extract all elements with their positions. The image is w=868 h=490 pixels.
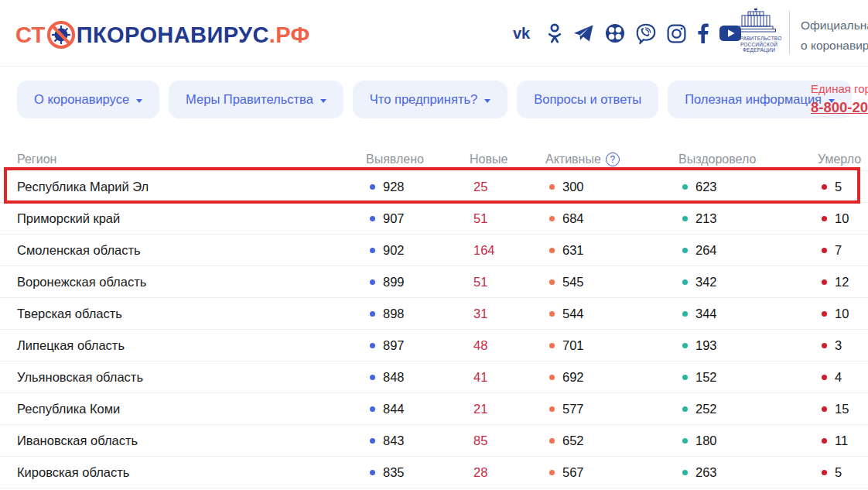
recovered-dot (682, 184, 688, 190)
deaths-dot (822, 184, 827, 190)
active-dot (549, 184, 555, 190)
recovered-cell: 252 (678, 402, 818, 416)
nav-label: Что предпринять? (370, 92, 477, 107)
confirmed-cell: 848 (366, 370, 470, 385)
new-cell: 25 (470, 180, 545, 194)
recovered-dot (682, 438, 688, 444)
confirmed-value: 907 (383, 211, 405, 226)
active-value: 631 (562, 243, 584, 258)
government-emblem: ПРАВИТЕЛЬСТВО РОССИЙСКОЙ ФЕДЕРАЦИИ (735, 8, 783, 53)
region-name: Республика Марий Эл (17, 180, 366, 194)
government-caption: ПРАВИТЕЛЬСТВО РОССИЙСКОЙ ФЕДЕРАЦИИ (735, 36, 783, 53)
confirmed-value: 843 (383, 433, 405, 448)
vk-icon[interactable]: vk (513, 22, 536, 44)
table-row-tver[interactable]: Тверская область 898 31 544 344 10 (0, 298, 868, 330)
logo-text-st: СТ (15, 22, 46, 48)
confirmed-value: 844 (383, 402, 405, 416)
table-row-voronezh[interactable]: Воронежская область 899 51 545 342 12 (0, 266, 868, 298)
confirmed-cell: 899 (366, 275, 470, 290)
new-cell: 41 (470, 370, 545, 385)
nav-what-to-do[interactable]: Что предпринять? (353, 81, 507, 118)
col-header-new: Новые (470, 152, 545, 166)
confirmed-dot (370, 248, 375, 253)
caption-line: ФЕДЕРАЦИИ (735, 47, 783, 53)
col-header-deaths: Умерло (818, 152, 861, 166)
nav-label: Меры Правительства (186, 92, 313, 107)
deaths-value: 10 (835, 307, 849, 321)
active-dot (549, 216, 555, 221)
recovered-dot (682, 248, 688, 253)
deaths-cell: 10 (818, 307, 859, 321)
viber-icon[interactable] (636, 22, 656, 44)
telegram-icon[interactable] (573, 22, 594, 44)
region-name: Кировская область (17, 465, 366, 480)
table-row-ivanovo[interactable]: Ивановская область 843 85 652 180 11 (0, 425, 868, 457)
confirmed-dot (370, 438, 375, 444)
confirmed-dot (370, 216, 375, 221)
table-row-smolensk[interactable]: Смоленская область 902 164 631 264 7 (0, 235, 868, 266)
deaths-value: 5 (835, 465, 842, 480)
recovered-value: 623 (695, 180, 717, 194)
vertical-divider (789, 11, 790, 54)
nav-government-measures[interactable]: Меры Правительства (169, 81, 343, 118)
col-header-confirmed: Выявлено (366, 152, 470, 166)
logo-text-koronavirus: ПКОРОНАВИРУС (77, 22, 269, 48)
chevron-down-icon (136, 99, 142, 103)
zen-icon[interactable] (605, 22, 625, 44)
nav-questions-answers[interactable]: Вопросы и ответы (517, 81, 658, 118)
site-logo[interactable]: СТ ПКОРОНАВИРУС.РФ (15, 20, 310, 50)
table-row-mariy-el[interactable]: Республика Марий Эл 928 25 300 623 5 (0, 171, 868, 203)
active-cell: 631 (545, 243, 678, 258)
page: { "header": { "logo": { "prefix": "СТ", … (0, 0, 868, 490)
recovered-cell: 193 (678, 338, 818, 353)
active-cell: 300 (545, 180, 678, 194)
confirmed-cell: 897 (366, 338, 470, 353)
region-name: Смоленская область (17, 243, 366, 258)
active-cell: 684 (545, 211, 678, 226)
table-row-ulyanovsk[interactable]: Ульяновская область 848 41 692 152 4 (0, 362, 868, 393)
active-value: 545 (562, 275, 584, 290)
new-cell: 28 (470, 465, 545, 480)
confirmed-cell: 902 (366, 243, 470, 258)
deaths-cell: 3 (818, 338, 859, 353)
chevron-down-icon (320, 99, 326, 103)
recovered-dot (682, 279, 688, 285)
government-block: ПРАВИТЕЛЬСТВО РОССИЙСКОЙ ФЕДЕРАЦИИ Офици… (735, 8, 868, 56)
region-name: Ивановская область (17, 433, 366, 448)
deaths-dot (822, 438, 827, 444)
confirmed-value: 848 (383, 370, 405, 385)
active-value: 701 (562, 338, 584, 353)
nav-about-coronavirus[interactable]: О коронавирусе (17, 81, 159, 118)
hotline-phone-link[interactable]: 8-800-20 (811, 99, 868, 116)
active-cell: 567 (545, 465, 678, 480)
deaths-value: 11 (835, 433, 848, 448)
new-cell: 48 (470, 338, 545, 353)
active-dot (549, 279, 555, 285)
deaths-value: 10 (835, 211, 849, 226)
table-header-row: Регион Выявлено Новые Активные ? Выздоро… (0, 148, 868, 171)
facebook-icon[interactable] (697, 22, 709, 44)
active-cell: 652 (545, 433, 678, 448)
region-name: Ульяновская область (17, 370, 366, 385)
deaths-cell: 5 (818, 180, 859, 194)
odnoklassniki-icon[interactable] (547, 22, 562, 44)
confirmed-dot (370, 279, 375, 285)
recovered-cell: 264 (678, 243, 818, 258)
recovered-value: 152 (695, 370, 717, 385)
instagram-icon[interactable] (667, 22, 686, 44)
table-row-komi[interactable]: Республика Коми 844 21 577 252 15 (0, 393, 868, 425)
help-icon[interactable]: ? (606, 152, 620, 166)
table-row-lipetsk[interactable]: Липецкая область 897 48 701 193 3 (0, 330, 868, 362)
confirmed-cell: 835 (366, 465, 470, 480)
table-row-primorsky[interactable]: Приморский край 907 51 684 213 10 (0, 203, 868, 235)
recovered-dot (682, 375, 688, 380)
recovered-value: 263 (695, 465, 717, 480)
col-header-active-label: Активные (545, 152, 601, 166)
active-value: 544 (562, 307, 584, 321)
active-dot (549, 438, 555, 444)
region-name: Приморский край (17, 211, 366, 226)
table-row-kirov[interactable]: Кировская область 835 28 567 263 5 (0, 457, 868, 488)
new-cell: 21 (470, 402, 545, 416)
deaths-cell: 11 (818, 433, 859, 448)
new-cell: 164 (470, 243, 545, 258)
